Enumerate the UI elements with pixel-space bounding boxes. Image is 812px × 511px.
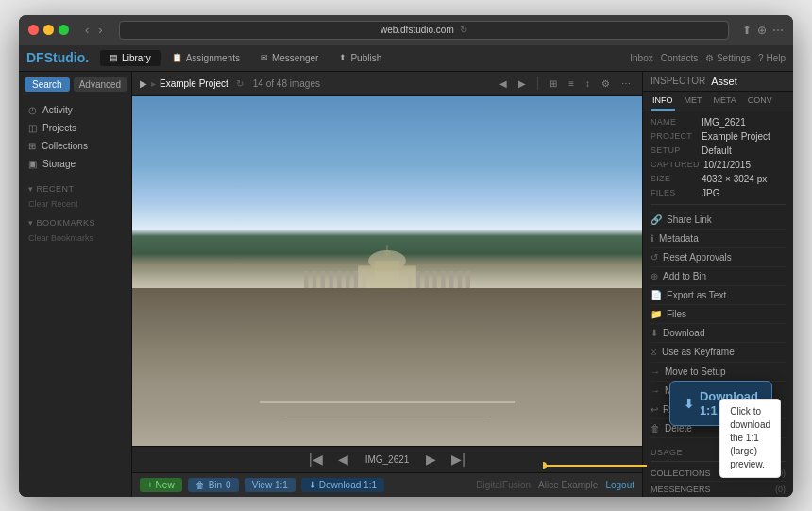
action-export-text[interactable]: 📄 Export as Text <box>651 286 786 305</box>
tab-info[interactable]: INFO <box>651 92 675 111</box>
export-text-icon: 📄 <box>651 290 662 300</box>
sidebar-item-activity[interactable]: ◷ Activity <box>19 101 131 119</box>
back-button[interactable]: ‹ <box>82 23 92 37</box>
field-setup: SETUP Default <box>651 145 786 156</box>
more-options-btn[interactable]: ⋯ <box>617 77 634 91</box>
delete-icon: 🗑 <box>651 423 660 434</box>
forward-button[interactable]: › <box>95 23 105 37</box>
advanced-button[interactable]: Advanced <box>74 77 127 92</box>
download-1-1-button[interactable]: ⬇ Download 1:1 <box>301 478 384 492</box>
clear-recent-button[interactable]: Clear Recent <box>19 197 131 211</box>
url-bar[interactable]: web.dfstudio.com ↻ <box>119 21 729 40</box>
tab-library[interactable]: ▤ Library <box>100 50 161 66</box>
action-share-link[interactable]: 🔗 Share Link <box>651 211 786 230</box>
move-setup-icon: → <box>651 366 660 377</box>
projects-icon: ◫ <box>28 123 37 133</box>
tab-conv[interactable]: CONV <box>746 92 774 111</box>
publish-icon: ⬆ <box>339 53 347 62</box>
sidebar-projects-label: Projects <box>42 123 76 133</box>
filter-btn[interactable]: ⚙ <box>598 77 614 91</box>
help-link[interactable]: ? Help <box>758 53 786 63</box>
inbox-link[interactable]: Inbox <box>630 53 652 63</box>
action-keyframe-label: Use as Keyframe <box>662 347 735 357</box>
collections-label: COLLECTIONS <box>651 468 711 478</box>
settings-link[interactable]: ⚙ Settings <box>705 53 751 63</box>
first-image-btn[interactable]: |◀ <box>303 450 329 468</box>
recent-label: ▾ Recent <box>19 180 131 197</box>
traffic-lights <box>28 25 69 35</box>
tab-messenger[interactable]: ✉ Messenger <box>251 50 328 66</box>
sidebar-search: Search Advanced <box>19 72 131 97</box>
messenger-icon: ✉ <box>261 53 268 62</box>
action-reset-approvals[interactable]: ↺ Reset Approvals <box>651 248 786 267</box>
setup-label: SETUP <box>651 145 698 156</box>
action-download[interactable]: ⬇ Download <box>651 324 786 343</box>
reload-icon: ↻ <box>460 25 467 35</box>
action-add-to-bin[interactable]: ⊕ Add to Bin <box>651 267 786 286</box>
url-text: web.dfstudio.com <box>381 25 454 35</box>
action-metadata-label: Metadata <box>659 233 699 244</box>
tab-publish[interactable]: ⬆ Publish <box>330 50 391 66</box>
usage-messengers[interactable]: MESSENGERS (0) <box>651 482 786 497</box>
last-image-btn[interactable]: ▶| <box>446 450 471 468</box>
list-view-btn[interactable]: ≡ <box>565 77 578 91</box>
prev-btn[interactable]: ◀ <box>496 77 511 91</box>
sidebar-item-projects[interactable]: ◫ Projects <box>19 119 131 137</box>
close-button[interactable] <box>28 25 39 35</box>
files-value: JPG <box>702 188 719 198</box>
share-icon[interactable]: ⬆ <box>742 24 752 37</box>
bin-label: Bin <box>209 480 222 490</box>
download-label: Download 1:1 <box>319 480 377 490</box>
app-container: DFStudio. ▤ Library 📋 Assignments ✉ Mess… <box>19 45 793 497</box>
sidebar-item-collections[interactable]: ⊞ Collections <box>19 137 131 155</box>
bin-button[interactable]: 🗑 Bin 0 <box>188 478 239 492</box>
action-metadata[interactable]: ℹ Metadata <box>651 230 786 248</box>
sort-btn[interactable]: ↕ <box>582 77 594 91</box>
logo-suffix: Studio. <box>44 50 89 65</box>
image-area <box>132 96 642 446</box>
maximize-button[interactable] <box>59 25 69 35</box>
field-project: PROJECT Example Project <box>651 131 786 142</box>
annotation-tooltip: Click to download the 1:1 (large) previe… <box>719 399 781 478</box>
view-button[interactable]: View 1:1 <box>245 478 296 492</box>
content-area: ▶ ▸ Example Project ↻ 14 of 48 images ◀ … <box>132 72 642 497</box>
bottom-bar: + New 🗑 Bin 0 View 1:1 ⬇ Download 1:1 Di… <box>132 472 642 497</box>
setup-value: Default <box>702 145 732 156</box>
action-use-keyframe[interactable]: ⧖ Use as Keyframe <box>651 343 786 363</box>
grid-view-btn[interactable]: ⊞ <box>546 77 561 91</box>
prev-image-btn[interactable]: ◀ <box>332 450 354 468</box>
logout-link[interactable]: Logout <box>605 480 634 490</box>
tab-assignments[interactable]: 📋 Assignments <box>162 50 249 66</box>
top-nav: DFStudio. ▤ Library 📋 Assignments ✉ Mess… <box>19 45 793 72</box>
field-size: SIZE 4032 × 3024 px <box>651 174 786 184</box>
tab-met[interactable]: MET <box>683 92 704 111</box>
browser-chrome: ‹ › web.dfstudio.com ↻ ⬆ ⊕ ⋯ <box>19 15 793 45</box>
inspector-tabs: INFO MET META CONV <box>643 92 793 111</box>
sidebar-item-storage[interactable]: ▣ Storage <box>19 155 131 173</box>
action-move-setup[interactable]: → Move to Setup <box>651 363 786 382</box>
app-name: DigitalFusion <box>476 480 531 490</box>
annotation-text: Click to download the 1:1 (large) previe… <box>730 406 770 469</box>
main-image[interactable] <box>132 96 642 446</box>
action-files[interactable]: 📁 Files <box>651 305 786 324</box>
new-button[interactable]: + New <box>140 478 182 492</box>
contacts-link[interactable]: Contacts <box>661 53 698 63</box>
activity-icon: ◷ <box>28 105 37 115</box>
more-icon[interactable]: ⋯ <box>772 24 784 37</box>
tab-meta[interactable]: META <box>712 92 738 111</box>
move-project-icon: → <box>651 385 660 396</box>
next-image-btn[interactable]: ▶ <box>420 450 442 468</box>
next-btn[interactable]: ▶ <box>515 77 530 91</box>
refresh-icon[interactable]: ↻ <box>236 78 244 89</box>
clear-bookmarks-button[interactable]: Clear Bookmarks <box>19 231 131 245</box>
browser-nav-buttons: ‹ › <box>82 23 106 37</box>
minimize-button[interactable] <box>43 25 54 35</box>
add-tab-icon[interactable]: ⊕ <box>757 24 767 37</box>
size-label: SIZE <box>651 174 698 184</box>
field-captured: CAPTURED 10/21/2015 <box>651 160 786 170</box>
inspector-header: INSPECTOR Asset <box>643 72 793 92</box>
browser-actions: ⬆ ⊕ ⋯ <box>742 24 784 37</box>
field-name: NAME IMG_2621 <box>651 117 786 128</box>
search-button[interactable]: Search <box>25 77 70 92</box>
captured-label: CAPTURED <box>651 160 700 170</box>
